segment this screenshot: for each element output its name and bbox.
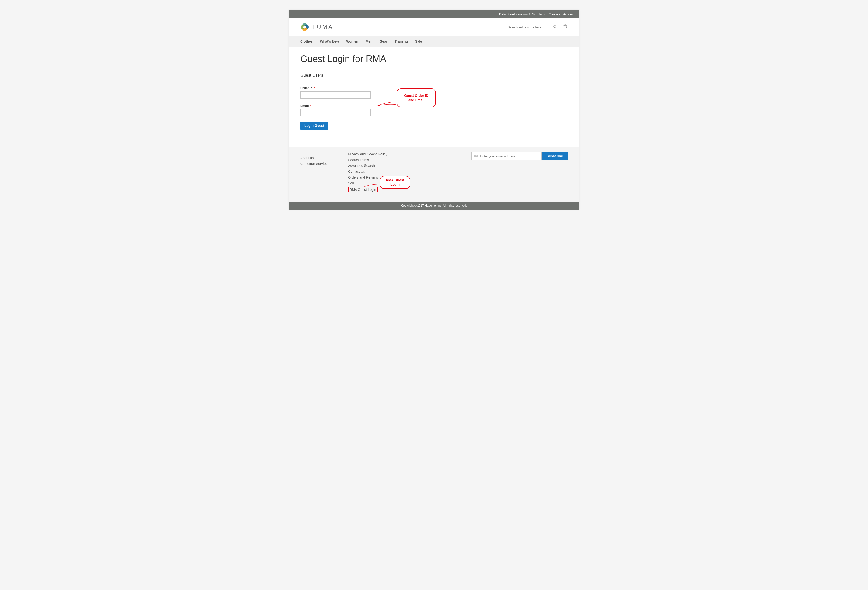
sign-in-link[interactable]: Sign In [532,12,542,16]
envelope-icon [474,154,478,158]
subscribe-button[interactable]: Subscribe [542,152,568,160]
callout-rma-guest-login: RMA Guest Login [380,176,410,189]
svg-point-4 [303,26,306,29]
section-heading: Guest Users [300,73,426,80]
footer-about-us[interactable]: About us [300,156,327,160]
footer-customer-service[interactable]: Customer Service [300,162,327,166]
footer-col-about: About us Customer Service [300,152,327,194]
logo-icon [300,23,309,31]
search-input[interactable] [508,25,553,29]
page-title: Guest Login for RMA [300,54,568,64]
welcome-msg: Default welcome msg! [499,12,530,16]
callout-guest-order-id: Guest Order ID and Email [397,88,436,107]
nav-women[interactable]: Women [346,40,358,43]
main-nav: Clothes What's New Women Men Gear Traini… [289,36,579,47]
nav-clothes[interactable]: Clothes [300,40,313,43]
order-id-input[interactable] [300,91,371,99]
login-guest-button[interactable]: Login Guest [300,122,328,130]
create-account-link[interactable]: Create an Account [549,12,574,16]
svg-point-5 [554,25,556,28]
guest-login-form: Guest Users Order Id * Email * Login Gue… [300,73,426,130]
copyright-bar: Copyright © 2017 Magento, Inc. All right… [289,202,579,210]
email-input[interactable] [300,109,371,116]
footer-contact-us[interactable]: Contact Us [348,170,387,173]
footer-advanced-search[interactable]: Advanced Search [348,164,387,168]
footer: About us Customer Service Privacy and Co… [289,147,579,202]
top-bar: Default welcome msg! Sign In or Create a… [289,10,579,18]
logo[interactable]: LUMA [300,23,334,31]
nav-gear[interactable]: Gear [380,40,388,43]
newsletter-input-wrap [471,152,542,160]
footer-search-terms[interactable]: Search Terms [348,158,387,162]
search-box[interactable] [505,23,559,31]
newsletter-form: Subscribe [471,152,568,160]
nav-sale[interactable]: Sale [415,40,422,43]
content: Guest Login for RMA Guest Users Order Id… [289,47,579,147]
nav-men[interactable]: Men [366,40,372,43]
svg-rect-7 [474,155,478,158]
search-icon[interactable] [553,25,557,29]
cart-icon[interactable] [563,24,568,30]
or-separator: or [543,12,546,16]
nav-training[interactable]: Training [395,40,408,43]
svg-line-6 [555,27,556,28]
header: LUMA [289,18,579,36]
brand-name: LUMA [312,24,334,31]
footer-left: About us Customer Service Privacy and Co… [300,152,387,194]
footer-privacy[interactable]: Privacy and Cookie Policy [348,152,387,156]
header-right [505,23,568,31]
page-wrapper: Default welcome msg! Sign In or Create a… [289,10,579,210]
nav-whats-new[interactable]: What's New [320,40,339,43]
newsletter-email-input[interactable] [480,155,539,158]
